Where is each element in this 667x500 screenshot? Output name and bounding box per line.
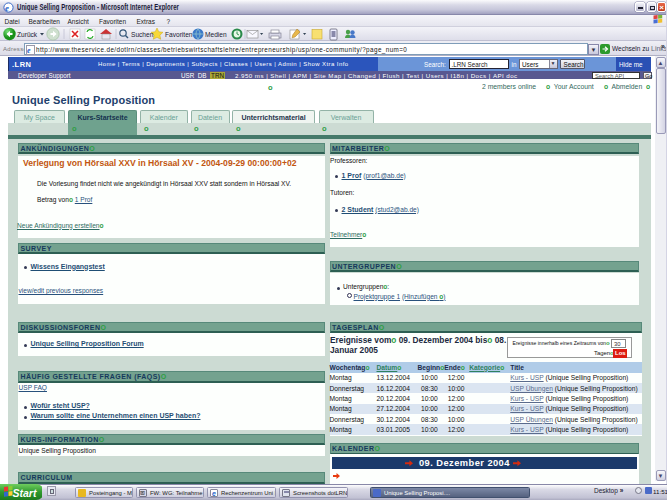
svg-text:e: e	[27, 46, 31, 55]
svg-text:Start: Start	[13, 487, 37, 499]
svg-text:e: e	[5, 2, 9, 12]
